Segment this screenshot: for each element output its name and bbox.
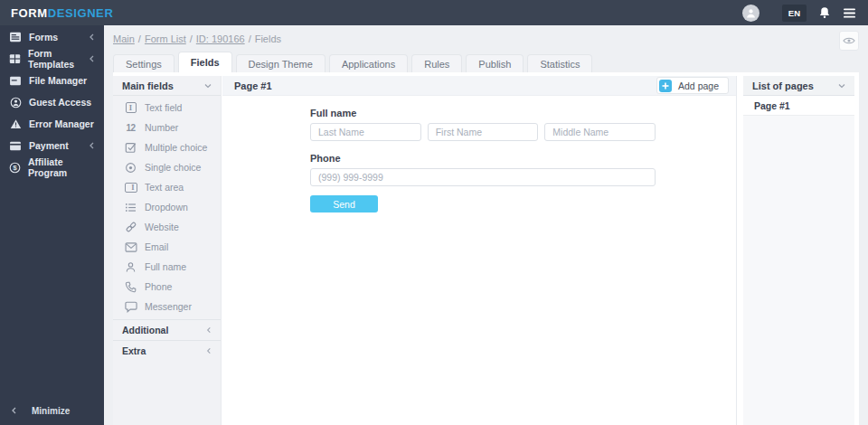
phone-input[interactable] (310, 168, 656, 186)
last-name-input[interactable] (310, 123, 421, 141)
sidebar-item-guest-access[interactable]: Guest Access (0, 91, 104, 113)
tab-publish[interactable]: Publish (466, 54, 524, 72)
menu-button[interactable] (843, 7, 856, 19)
guest-access-icon (9, 97, 22, 109)
field-item-single-choice[interactable]: Single choice (113, 157, 221, 177)
breadcrumb-current: Fields (255, 33, 281, 44)
preview-button[interactable] (839, 31, 859, 51)
dollar-glyph: $ (9, 162, 21, 174)
fullname-inputs-row (310, 123, 656, 141)
tab-applications[interactable]: Applications (329, 54, 408, 72)
main-card: Main fields I Text field 12 Number Multi… (113, 72, 859, 425)
plus-icon (659, 80, 672, 92)
number-glyph: 12 (126, 123, 135, 133)
sidebar-item-file-manager[interactable]: File Manager (0, 70, 104, 91)
page-title: Page #1 (234, 80, 272, 91)
logo-part-1: FORM (11, 6, 48, 20)
forms-icon (9, 32, 22, 42)
sidebar-item-label: Payment (29, 140, 69, 151)
sidebar: Forms Form Templates File Manager (0, 25, 104, 425)
phone-icon (124, 281, 137, 293)
tab-design-theme[interactable]: Design Theme (236, 54, 326, 72)
breadcrumb-separator: / (190, 33, 193, 44)
breadcrumb-form-id[interactable]: ID: 190166 (196, 33, 245, 44)
fullname-field-label: Full name (310, 108, 656, 118)
phone-field-label: Phone (310, 153, 656, 164)
sidebar-item-affiliate-program[interactable]: $ Affiliate Program (0, 156, 104, 178)
multiple-choice-icon (124, 141, 137, 154)
notifications-button[interactable] (818, 6, 831, 19)
field-item-label: Email (145, 241, 168, 252)
language-selector[interactable]: EN (782, 5, 807, 22)
pages-panel: List of pages Page #1 (743, 76, 854, 425)
field-item-label: Messenger (145, 301, 192, 312)
field-item-multiple-choice[interactable]: Multiple choice (113, 137, 221, 157)
add-page-button[interactable]: Add page (656, 77, 729, 94)
sidebar-item-forms[interactable]: Forms (0, 26, 104, 48)
field-item-messenger[interactable]: Messenger (113, 297, 221, 316)
text-field-glyph: I (126, 102, 137, 113)
text-area-glyph: I (125, 183, 137, 193)
breadcrumb-form-list[interactable]: Form List (145, 33, 186, 44)
number-icon: 12 (124, 123, 137, 133)
chevron-left-icon (206, 347, 212, 354)
main-fields-header[interactable]: Main fields (113, 76, 221, 96)
field-item-text-field[interactable]: I Text field (113, 98, 221, 118)
hamburger-icon (843, 7, 856, 19)
section-additional[interactable]: Additional (113, 319, 221, 340)
breadcrumb-separator: / (249, 33, 251, 44)
field-item-phone[interactable]: Phone (113, 277, 221, 297)
file-manager-icon (9, 76, 22, 86)
list-of-pages-header[interactable]: List of pages (743, 76, 854, 96)
sidebar-item-label: Affiliate Program (28, 156, 95, 178)
field-item-label: Phone (145, 281, 172, 292)
text-field-icon: I (124, 102, 137, 113)
field-item-website[interactable]: Website (113, 217, 221, 237)
sidebar-item-label: File Manager (29, 75, 87, 86)
sidebar-minimize-button[interactable]: Minimize (0, 401, 104, 420)
middle-name-input[interactable] (544, 123, 656, 141)
sidebar-nav: Forms Form Templates File Manager (0, 25, 104, 178)
single-choice-icon (124, 162, 137, 174)
user-avatar[interactable] (742, 5, 760, 22)
tab-statistics[interactable]: Statistics (527, 54, 592, 72)
breadcrumb-main[interactable]: Main (113, 33, 135, 44)
field-item-email[interactable]: Email (113, 237, 221, 257)
chevron-left-icon (11, 407, 17, 414)
website-icon (124, 221, 137, 233)
chevron-left-icon (89, 142, 95, 149)
eye-icon (843, 36, 855, 45)
sidebar-item-payment[interactable]: Payment (0, 135, 104, 156)
field-item-dropdown[interactable]: Dropdown (113, 197, 221, 217)
sidebar-item-label: Forms (29, 32, 58, 42)
chevron-left-icon (89, 55, 95, 62)
section-label: Additional (122, 325, 168, 335)
tab-rules[interactable]: Rules (411, 54, 462, 72)
field-item-text-area[interactable]: I Text area (113, 177, 221, 197)
bell-icon (818, 6, 831, 19)
sidebar-item-error-manager[interactable]: Error Manager (0, 113, 104, 135)
chevron-down-icon (204, 83, 212, 89)
field-item-number[interactable]: 12 Number (113, 118, 221, 137)
email-icon (124, 242, 137, 252)
field-item-full-name[interactable]: Full name (113, 257, 221, 277)
field-item-label: Dropdown (145, 202, 188, 212)
tab-fields[interactable]: Fields (178, 52, 232, 72)
field-item-label: Full name (145, 261, 186, 272)
first-name-input[interactable] (428, 123, 539, 141)
page-list-item[interactable]: Page #1 (743, 96, 854, 116)
dropdown-icon (124, 203, 137, 212)
fields-panel: Main fields I Text field 12 Number Multi… (113, 76, 222, 425)
topbar: FORMDESIGNER EN (0, 0, 868, 25)
topbar-controls: EN (742, 5, 868, 22)
tab-settings[interactable]: Settings (113, 54, 175, 72)
sidebar-item-form-templates[interactable]: Form Templates (0, 48, 104, 70)
section-extra[interactable]: Extra (113, 340, 221, 361)
section-label: Extra (122, 345, 146, 356)
send-button[interactable]: Send (310, 195, 378, 212)
main-fields-title: Main fields (122, 80, 174, 91)
field-item-label: Single choice (145, 162, 201, 173)
fields-list: I Text field 12 Number Multiple choice S… (113, 96, 221, 319)
chevron-down-icon (838, 83, 845, 89)
field-item-label: Text field (145, 102, 182, 113)
